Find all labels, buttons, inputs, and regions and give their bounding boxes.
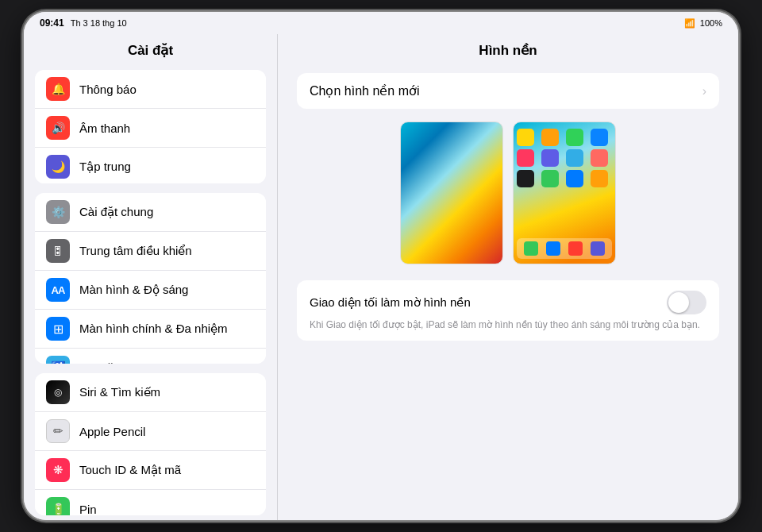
dock-icon-1: [524, 241, 538, 256]
thong-bao-label: Thông báo: [79, 83, 137, 96]
home-icon-7: [566, 149, 583, 167]
wallpaper-preview: [297, 121, 719, 264]
dock-icon-4: [591, 241, 605, 256]
tro-nang-label: Trợ năng: [79, 360, 127, 364]
home-icon-2: [541, 129, 559, 146]
sidebar-item-touch-id[interactable]: ❋ Touch ID & Mật mã: [35, 451, 266, 490]
cai-dat-chung-label: Cài đặt chung: [79, 205, 153, 219]
choose-wallpaper-label: Chọn hình nền mới: [310, 83, 420, 98]
toggle-row: Giao diện tối làm mờ hình nền Khi Giao d…: [297, 280, 719, 341]
dark-mode-label: Giao diện tối làm mờ hình nền: [310, 295, 471, 310]
dock-icon-3: [568, 241, 583, 256]
main-content: Cài đặt 🔔 Thông báo 🔊 Âm thanh 🌙 Tập tru…: [24, 34, 738, 520]
home-icon-8: [591, 149, 608, 167]
home-icon-1: [517, 129, 534, 146]
trung-tam-icon: 🎛: [46, 239, 70, 263]
sidebar-item-tap-trung[interactable]: 🌙 Tập trung: [35, 148, 266, 183]
sidebar-item-man-hinh-chinh[interactable]: ⊞ Màn hình chính & Đa nhiệm: [35, 310, 266, 349]
man-hinh-chinh-icon: ⊞: [46, 317, 70, 341]
sidebar-section-2: ⚙️ Cài đặt chung 🎛 Trung tâm điều khiển …: [35, 193, 266, 364]
sidebar-item-siri[interactable]: ◎ Siri & Tìm kiếm: [35, 373, 266, 412]
sidebar-section-1: 🔔 Thông báo 🔊 Âm thanh 🌙 Tập trung ⏳ Thờ…: [35, 70, 266, 183]
lock-screen-preview: [400, 121, 503, 264]
touch-id-icon: ❋: [46, 458, 70, 482]
thong-bao-icon: 🔔: [46, 77, 70, 101]
home-icon-9: [517, 170, 534, 187]
status-date: Th 3 18 thg 10: [71, 18, 127, 28]
home-icon-5: [517, 149, 534, 167]
sidebar-item-thong-bao[interactable]: 🔔 Thông báo: [35, 70, 266, 109]
home-icon-11: [566, 170, 583, 187]
touch-id-label: Touch ID & Mật mã: [79, 463, 181, 477]
home-icon-10: [541, 170, 559, 187]
home-icon-3: [566, 129, 583, 146]
man-hinh-chinh-label: Màn hình chính & Đa nhiệm: [79, 322, 228, 336]
choose-wallpaper-row[interactable]: Chọn hình nền mới ›: [297, 73, 719, 109]
man-hinh-label: Màn hình & Độ sáng: [79, 283, 188, 297]
home-screen-preview: [513, 121, 616, 264]
tap-trung-icon: 🌙: [46, 155, 70, 179]
sidebar-item-pin[interactable]: 🔋 Pin: [35, 490, 266, 515]
sidebar-title: Cài đặt: [24, 34, 277, 65]
pin-label: Pin: [79, 503, 97, 516]
pin-icon: 🔋: [46, 497, 70, 515]
trung-tam-label: Trung tâm điều khiển: [79, 244, 192, 258]
panel-body: Chọn hình nền mới ›: [278, 65, 738, 355]
home-dock: [517, 238, 612, 259]
sidebar: Cài đặt 🔔 Thông báo 🔊 Âm thanh 🌙 Tập tru…: [24, 34, 278, 520]
sidebar-section-3: ◎ Siri & Tìm kiếm ✏ Apple Pencil ❋ Touch…: [35, 373, 266, 515]
home-icons-grid: [517, 129, 612, 187]
sidebar-item-cai-dat-chung[interactable]: ⚙️ Cài đặt chung: [35, 193, 266, 232]
chevron-right-icon: ›: [702, 84, 706, 98]
home-icon-12: [591, 170, 608, 187]
cai-dat-chung-icon: ⚙️: [46, 200, 70, 224]
dock-icon-2: [546, 241, 560, 256]
sidebar-item-tro-nang[interactable]: ♿ Trợ năng: [35, 349, 266, 364]
toggle-header: Giao diện tối làm mờ hình nền: [310, 291, 706, 314]
tro-nang-icon: ♿: [46, 356, 70, 364]
sidebar-item-am-thanh[interactable]: 🔊 Âm thanh: [35, 109, 266, 148]
siri-label: Siri & Tìm kiếm: [79, 385, 160, 399]
dark-mode-toggle[interactable]: [667, 291, 706, 314]
siri-icon: ◎: [46, 380, 70, 404]
status-bar: 09:41 Th 3 18 thg 10 📶 100%: [24, 12, 738, 34]
am-thanh-icon: 🔊: [46, 116, 70, 140]
am-thanh-label: Âm thanh: [79, 121, 130, 135]
panel-title: Hình nền: [278, 34, 738, 65]
home-icon-6: [541, 149, 559, 167]
sidebar-item-trung-tam[interactable]: 🎛 Trung tâm điều khiển: [35, 232, 266, 271]
dark-mode-description: Khi Giao diện tối được bật, iPad sẽ làm …: [310, 319, 706, 330]
tap-trung-label: Tập trung: [79, 160, 131, 174]
battery-icon: 100%: [700, 18, 722, 28]
wifi-icon: 📶: [684, 18, 695, 29]
home-icon-4: [591, 129, 608, 146]
status-time: 09:41: [40, 17, 64, 29]
status-right: 📶 100%: [684, 18, 722, 29]
right-panel: Hình nền Chọn hình nền mới ›: [278, 34, 738, 520]
apple-pencil-label: Apple Pencil: [79, 425, 145, 438]
sidebar-item-apple-pencil[interactable]: ✏ Apple Pencil: [35, 412, 266, 451]
sidebar-item-man-hinh-do-sang[interactable]: AA Màn hình & Độ sáng: [35, 271, 266, 310]
ipad-frame: 09:41 Th 3 18 thg 10 📶 100% Cài đặt 🔔 Th…: [24, 12, 738, 520]
apple-pencil-icon: ✏: [46, 419, 70, 443]
man-hinh-icon: AA: [46, 278, 70, 302]
